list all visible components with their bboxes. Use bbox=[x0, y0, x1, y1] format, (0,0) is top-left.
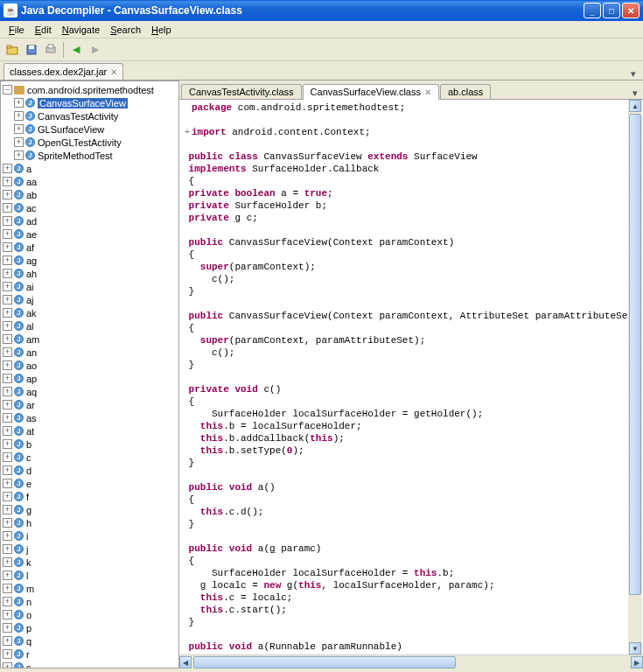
tree-expander-icon[interactable]: + bbox=[3, 308, 12, 318]
tree-row[interactable]: +Jad bbox=[1, 214, 178, 228]
tree-expander-icon[interactable]: + bbox=[3, 321, 12, 331]
scroll-thumb[interactable] bbox=[629, 114, 641, 595]
tree-expander-icon[interactable]: + bbox=[3, 623, 12, 633]
tree-expander-icon[interactable]: + bbox=[3, 531, 12, 541]
tree-expander-icon[interactable]: + bbox=[3, 360, 12, 370]
tree-expander-icon[interactable]: + bbox=[3, 518, 12, 528]
tree-expander-icon[interactable]: + bbox=[3, 649, 12, 659]
tree-expander-icon[interactable]: + bbox=[3, 387, 12, 396]
tree-label[interactable]: at bbox=[26, 426, 34, 437]
tree-row[interactable]: +Jaq bbox=[1, 385, 178, 398]
tree-label[interactable]: n bbox=[26, 597, 31, 607]
close-button[interactable]: ✕ bbox=[622, 3, 640, 18]
tree-row[interactable]: +Jb bbox=[1, 438, 178, 451]
back-button[interactable]: ◀ bbox=[67, 41, 85, 59]
open-button[interactable] bbox=[3, 41, 21, 59]
tree-expander-icon[interactable]: + bbox=[3, 584, 12, 593]
file-tab[interactable]: classes.dex.dex2jar.jar ✕ bbox=[3, 63, 123, 80]
tree-row[interactable]: +Jf bbox=[1, 490, 178, 503]
menu-file[interactable]: File bbox=[3, 23, 30, 37]
tree-expander-icon[interactable]: + bbox=[3, 177, 12, 186]
tree-expander-icon[interactable]: + bbox=[3, 544, 12, 554]
tree-row[interactable]: +Jaj bbox=[1, 293, 178, 306]
tree-row[interactable]: +JGLSurfaceView bbox=[1, 122, 178, 136]
menu-search[interactable]: Search bbox=[105, 23, 146, 37]
tree-expander-icon[interactable]: + bbox=[3, 164, 12, 173]
tree-expander-icon[interactable]: + bbox=[3, 439, 12, 449]
tree-row[interactable]: +Jac bbox=[1, 201, 178, 214]
tree-label[interactable]: ab bbox=[26, 190, 37, 200]
tree-label[interactable]: ap bbox=[26, 374, 37, 384]
tree-label[interactable]: i bbox=[26, 531, 28, 542]
tree-expander-icon[interactable]: + bbox=[3, 636, 12, 646]
tree-label[interactable]: as bbox=[26, 413, 37, 424]
scroll-down-icon[interactable]: ▼ bbox=[629, 642, 641, 654]
tree-label[interactable]: e bbox=[26, 479, 31, 489]
tree-row[interactable]: +Jah bbox=[1, 267, 178, 280]
tree-label[interactable]: ai bbox=[26, 282, 34, 292]
tree-label[interactable]: ae bbox=[26, 229, 37, 240]
tree-expander-icon[interactable]: + bbox=[3, 557, 12, 567]
tree-label[interactable]: ah bbox=[26, 269, 37, 279]
tree-label[interactable]: ao bbox=[26, 360, 37, 371]
tree-label[interactable]: ar bbox=[26, 400, 35, 410]
tree-expander-icon[interactable]: + bbox=[3, 597, 12, 606]
tree-row[interactable]: +Jai bbox=[1, 280, 178, 293]
tree-expander-icon[interactable]: + bbox=[3, 479, 12, 488]
close-tab-icon[interactable]: ✕ bbox=[110, 67, 117, 77]
tree-row[interactable]: +Jc bbox=[1, 451, 178, 464]
tree-row[interactable]: +Jab bbox=[1, 188, 178, 201]
tree-label[interactable]: al bbox=[26, 321, 34, 332]
tree-row[interactable]: +Jas bbox=[1, 411, 178, 424]
tree-expander-icon[interactable]: + bbox=[14, 150, 24, 160]
tree-row[interactable]: +Jp bbox=[1, 621, 178, 634]
tree-label[interactable]: a bbox=[26, 164, 31, 174]
tree-row[interactable]: +JOpenGLTestActivity bbox=[1, 136, 178, 149]
menu-edit[interactable]: Edit bbox=[30, 23, 57, 37]
tree-label[interactable]: an bbox=[26, 347, 37, 358]
tree-expander-icon[interactable]: + bbox=[3, 374, 12, 383]
editor-tab[interactable]: CanvasSurfaceView.class✕ bbox=[303, 84, 439, 100]
tree-row[interactable]: +Jaf bbox=[1, 241, 178, 254]
tree-expander-icon[interactable]: + bbox=[3, 466, 12, 475]
tree-label[interactable]: r bbox=[26, 649, 30, 660]
tree-expander-icon[interactable]: + bbox=[3, 426, 12, 436]
scroll-right-icon[interactable]: ▶ bbox=[631, 656, 643, 668]
tree-row[interactable]: +Jn bbox=[1, 595, 178, 608]
tree-expander-icon[interactable]: + bbox=[3, 190, 12, 200]
tree-label[interactable]: m bbox=[26, 584, 34, 594]
scroll-thumb[interactable] bbox=[193, 656, 456, 668]
tree-row[interactable]: +JCanvasTestActivity bbox=[1, 109, 178, 122]
tree-label[interactable]: k bbox=[26, 557, 31, 568]
tree-expander-icon[interactable]: + bbox=[14, 98, 24, 108]
save-button[interactable] bbox=[23, 41, 40, 59]
tree-expander-icon[interactable]: + bbox=[3, 347, 12, 357]
tree-row[interactable]: +Jak bbox=[1, 306, 178, 319]
tree-label[interactable]: j bbox=[26, 544, 28, 555]
tree-expander-icon[interactable]: + bbox=[3, 400, 12, 410]
tree-row[interactable]: +JCanvasSurfaceView bbox=[1, 96, 178, 109]
package-tree[interactable]: −com.android.spritemethodtest+JCanvasSur… bbox=[0, 80, 179, 668]
tree-label[interactable]: am bbox=[26, 334, 39, 345]
tree-label[interactable]: aj bbox=[26, 295, 34, 305]
tree-row[interactable]: +Jat bbox=[1, 424, 178, 438]
tree-label[interactable]: CanvasTestActivity bbox=[38, 111, 118, 122]
maximize-button[interactable]: □ bbox=[603, 3, 620, 18]
tree-label[interactable]: ad bbox=[26, 216, 37, 227]
tree-row[interactable]: +Js bbox=[1, 661, 178, 668]
tree-row[interactable]: +Jo bbox=[1, 608, 178, 621]
tree-row[interactable]: +Jq bbox=[1, 634, 178, 648]
tree-label[interactable]: OpenGLTestActivity bbox=[38, 137, 122, 148]
tree-expander-icon[interactable]: + bbox=[3, 452, 12, 462]
forward-button[interactable]: ▶ bbox=[87, 41, 104, 59]
tree-row[interactable]: +Jal bbox=[1, 319, 178, 332]
tree-row[interactable]: +Je bbox=[1, 477, 178, 490]
tree-expander-icon[interactable]: + bbox=[3, 282, 12, 291]
tree-label[interactable]: aa bbox=[26, 177, 37, 187]
tree-expander-icon[interactable]: + bbox=[3, 229, 12, 239]
tree-label[interactable]: ag bbox=[26, 256, 37, 266]
tree-row[interactable]: −com.android.spritemethodtest bbox=[1, 83, 178, 96]
tree-expander-icon[interactable]: + bbox=[3, 334, 12, 344]
tree-label[interactable]: g bbox=[26, 505, 31, 515]
tree-row[interactable]: +Jh bbox=[1, 516, 178, 529]
